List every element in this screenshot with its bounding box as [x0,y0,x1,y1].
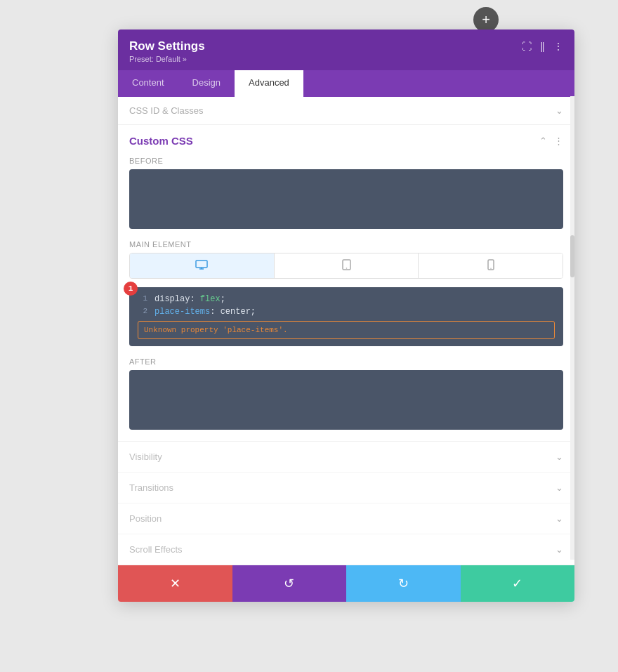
cancel-icon: ✕ [170,576,180,591]
scroll-effects-row[interactable]: Scroll Effects ⌄ [118,534,574,565]
position-label: Position [129,513,162,524]
svg-point-4 [346,268,347,269]
plus-icon: + [482,13,490,27]
transitions-chevron: ⌄ [555,482,563,493]
position-row[interactable]: Position ⌄ [118,503,574,534]
modal-preset[interactable]: Preset: Default » [129,55,205,63]
tab-content[interactable]: Content [118,70,178,97]
modal-body: CSS ID & Classes ⌄ Custom CSS ⌃ ⋮ Before… [118,97,574,565]
line-number-1: 1 [138,294,147,303]
custom-css-section: Custom CSS ⌃ ⋮ Before Main Element [118,125,574,430]
main-element-editor[interactable]: 1 1 display: flex; 2 place-items: center… [129,287,563,346]
code-content-1: display: flex; [154,294,225,304]
scrollbar-track [570,96,574,560]
code-property-1: display: [154,294,200,304]
cancel-button[interactable]: ✕ [118,565,232,602]
css-id-classes-row[interactable]: CSS ID & Classes ⌄ [118,97,574,125]
code-line-2: 2 place-items: center; [138,307,555,317]
custom-css-header-icons: ⌃ ⋮ [539,136,563,146]
columns-icon[interactable]: ‖ [540,41,545,52]
tablet-icon [342,259,351,272]
position-chevron: ⌄ [555,513,563,524]
device-toggle [129,253,563,279]
device-desktop-btn[interactable] [130,253,275,278]
fullscreen-icon[interactable]: ⛶ [522,41,532,52]
modal-footer: ✕ ↺ ↻ ✓ [118,565,574,602]
row-settings-modal: Row Settings Preset: Default » ⛶ ‖ ⋮ Con… [118,29,574,602]
after-editor[interactable] [129,370,563,430]
error-badge: 1 [124,282,138,296]
custom-css-header: Custom CSS ⌃ ⋮ [129,135,563,147]
main-element-label: Main Element [129,240,563,249]
modal-header: Row Settings Preset: Default » ⛶ ‖ ⋮ [118,29,574,70]
code-value-2: center [221,307,251,317]
code-value-1: flex [200,294,221,304]
redo-button[interactable]: ↻ [346,565,461,602]
device-mobile-btn[interactable] [419,253,563,278]
reset-icon: ↺ [284,576,294,591]
svg-rect-0 [196,261,207,268]
tab-advanced[interactable]: Advanced [235,70,303,97]
after-field-group: After [129,357,563,430]
error-box: Unknown property 'place-items'. [138,321,555,339]
redo-icon: ↻ [398,576,409,591]
custom-css-title: Custom CSS [129,135,193,147]
save-button[interactable]: ✓ [461,565,575,602]
visibility-row[interactable]: Visibility ⌄ [118,442,574,473]
before-label: Before [129,157,563,165]
error-text: Unknown property 'place-items'. [144,326,288,334]
reset-button[interactable]: ↺ [232,565,347,602]
transitions-row[interactable]: Transitions ⌄ [118,473,574,503]
mobile-icon [487,259,494,272]
code-line-1: 1 display: flex; [138,294,555,304]
before-field-group: Before [129,157,563,229]
custom-css-more-icon[interactable]: ⋮ [554,136,563,146]
modal-header-icons: ⛶ ‖ ⋮ [522,41,563,52]
line-number-2: 2 [138,307,147,315]
more-icon[interactable]: ⋮ [553,41,563,52]
modal-header-left: Row Settings Preset: Default » [129,39,205,63]
scroll-effects-label: Scroll Effects [129,544,183,555]
save-icon: ✓ [512,576,522,591]
before-editor[interactable] [129,169,563,229]
visibility-chevron: ⌄ [555,452,563,462]
scrollbar-thumb[interactable] [570,235,574,277]
modal-title: Row Settings [129,39,205,53]
tab-design[interactable]: Design [178,70,235,97]
css-id-classes-label: CSS ID & Classes [129,105,203,116]
css-id-classes-chevron: ⌄ [555,105,563,116]
svg-point-6 [490,268,491,269]
add-button[interactable]: + [473,7,499,32]
main-element-field-group: Main Element [129,240,563,346]
custom-css-collapse-icon[interactable]: ⌃ [539,136,547,146]
scroll-effects-chevron: ⌄ [555,544,563,555]
transitions-label: Transitions [129,482,173,493]
device-tablet-btn[interactable] [275,253,419,278]
after-label: After [129,357,563,366]
tabs: Content Design Advanced [118,70,574,97]
code-property-2: place-items [154,307,210,317]
desktop-icon [195,260,208,272]
code-content-2: place-items: center; [154,307,256,317]
visibility-label: Visibility [129,452,162,462]
